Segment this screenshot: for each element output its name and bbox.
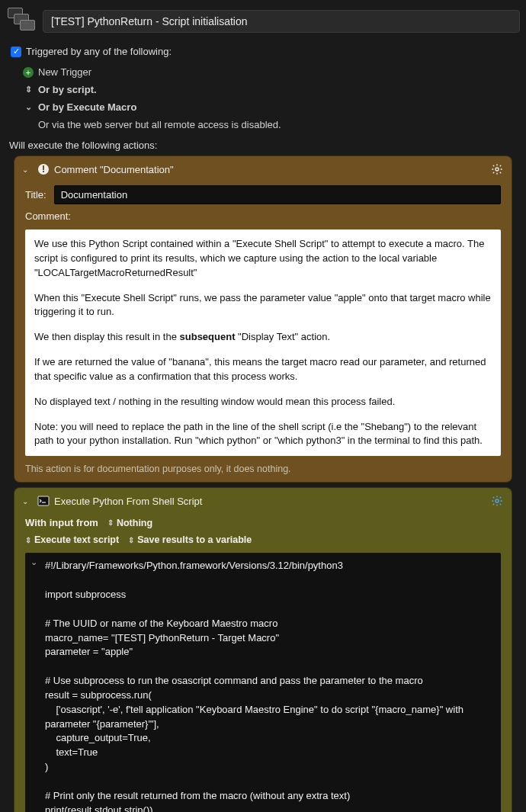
action-comment[interactable]: ⌄ Comment "Documentation" Title: Documen…: [14, 156, 512, 483]
gear-icon[interactable]: [490, 494, 504, 508]
or-by-script-row[interactable]: ⇕ Or by script.: [23, 81, 520, 98]
disclosure-icon[interactable]: ⌄: [22, 497, 31, 505]
save-results-selector[interactable]: ⇕ Save results to a variable: [128, 534, 252, 545]
comment-header-label: Comment "Documentation": [54, 164, 174, 175]
new-trigger-label: New Trigger: [38, 66, 91, 78]
comment-label: Comment:: [25, 210, 71, 222]
updown-icon: ⇕: [128, 536, 134, 544]
or-web-row: Or via the web server but all remote acc…: [23, 116, 520, 133]
svg-rect-2: [43, 171, 44, 172]
title-label: Title:: [25, 189, 47, 201]
exec-header-label: Execute Python From Shell Script: [54, 496, 202, 507]
comment-footer-note: This action is for documentation purpose…: [14, 461, 512, 474]
comment-text-area[interactable]: We use this Python Script contained with…: [25, 229, 501, 456]
plus-icon: +: [23, 67, 34, 78]
triggered-checkbox[interactable]: [11, 47, 21, 57]
comment-icon: [37, 163, 50, 175]
or-by-execute-macro-row[interactable]: ⌄ Or by Execute Macro: [23, 98, 520, 116]
triggered-label: Triggered by any of the following:: [26, 46, 172, 57]
disclosure-icon[interactable]: ⌄: [22, 165, 31, 174]
svg-point-3: [496, 168, 499, 171]
chevron-down-icon[interactable]: ⌄: [28, 557, 39, 567]
comment-title-input[interactable]: Documentation: [54, 185, 501, 204]
macro-group-icon: [6, 6, 37, 37]
terminal-icon: [37, 495, 50, 507]
input-source-selector[interactable]: ⇕ Nothing: [107, 518, 152, 528]
chevron-down-icon: ⌄: [23, 102, 34, 112]
new-trigger-row[interactable]: + New Trigger: [23, 63, 520, 81]
or-web-label: Or via the web server but all remote acc…: [38, 119, 281, 130]
macro-title-field[interactable]: [TEST] PythonReturn - Script initialisat…: [43, 10, 520, 33]
execute-text-script-selector[interactable]: ⇕ Execute text script: [25, 534, 119, 545]
updown-icon: ⇕: [23, 85, 34, 95]
updown-icon: ⇕: [107, 518, 114, 527]
svg-point-5: [496, 499, 499, 502]
updown-icon: ⇕: [25, 536, 31, 544]
or-by-execmacro-label: Or by Execute Macro: [38, 101, 136, 113]
with-input-label: With input from: [25, 517, 98, 528]
script-text-area[interactable]: #!/Library/Frameworks/Python.framework/V…: [42, 553, 501, 812]
gear-icon[interactable]: [490, 162, 504, 176]
svg-rect-1: [43, 165, 44, 170]
action-execute-shell[interactable]: ⌄ Execute Python From Shell Script With …: [14, 487, 512, 812]
or-by-script-label: Or by script.: [38, 84, 97, 95]
actions-section-label: Will execute the following actions:: [9, 140, 520, 151]
svg-rect-4: [38, 496, 49, 505]
